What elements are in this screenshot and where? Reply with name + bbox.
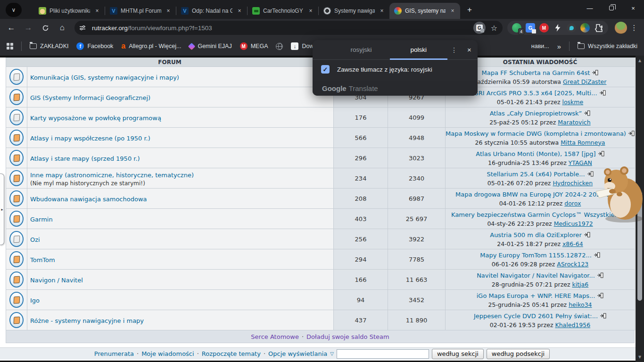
tool-extension-button[interactable] bbox=[567, 23, 576, 33]
tab-cartechnology[interactable]: CarTechnoloGY - CAR × bbox=[248, 3, 318, 19]
extension-green-button[interactable]: 4 bbox=[512, 23, 521, 33]
restore-button[interactable] bbox=[601, 0, 622, 16]
new-tab-button[interactable]: + bbox=[463, 3, 476, 16]
tab-close-icon[interactable]: × bbox=[165, 7, 172, 15]
all-bookmarks-folder[interactable]: Wszystkie zakładki bbox=[578, 43, 637, 49]
minimize-button[interactable]: — bbox=[579, 0, 601, 16]
reload-button[interactable] bbox=[38, 20, 53, 35]
last-post-link[interactable]: Navitel Navigator / Navitel Navigator... bbox=[477, 272, 595, 279]
last-post-author-link[interactable]: Great DiZaster bbox=[563, 78, 606, 85]
last-post-author-link[interactable]: dorox bbox=[564, 200, 581, 207]
by-section-button[interactable]: według sekcji bbox=[432, 349, 484, 359]
forward-button[interactable]: → bbox=[21, 20, 36, 35]
bookmark-allegro[interactable]: a Allegro.pl - Więcej... bbox=[121, 42, 181, 50]
forum-link[interactable]: Ozi bbox=[30, 236, 40, 243]
bookmark-gemini[interactable]: Gemini EJAJ bbox=[189, 43, 231, 49]
tab-close-icon[interactable]: × bbox=[307, 7, 314, 15]
goto-latest-icon[interactable] bbox=[597, 271, 603, 280]
forum-link[interactable]: Komunikacja (GIS, systemy nawigacyjne i … bbox=[30, 74, 179, 81]
goto-latest-icon[interactable] bbox=[587, 170, 594, 179]
goto-latest-icon[interactable] bbox=[592, 68, 598, 77]
address-bar[interactable]: rutracker.org/forum/viewforum.php?f=1503… bbox=[74, 21, 503, 35]
started-topics-link[interactable]: Rozpoczęte tematy bbox=[202, 350, 261, 357]
bookmark-facebook[interactable]: f Facebook bbox=[76, 42, 113, 50]
scroll-up-icon[interactable]: ▲ bbox=[636, 58, 644, 63]
last-post-link[interactable]: Jeppesen Cycle DVD 2601 Pełny świat:... bbox=[474, 313, 598, 320]
last-post-link[interactable]: Atlas „Cały Dniepropietrowsk” bbox=[490, 110, 582, 117]
goto-latest-icon[interactable] bbox=[600, 312, 606, 321]
last-post-author-link[interactable]: Mitta Romneya bbox=[561, 139, 605, 146]
tab-close-icon[interactable]: × bbox=[378, 7, 386, 15]
always-translate-checkbox[interactable]: ✓ bbox=[321, 65, 330, 74]
back-button[interactable]: ← bbox=[4, 20, 19, 35]
last-post-author-link[interactable]: loskme bbox=[562, 99, 583, 106]
extensions-menu-button[interactable] bbox=[594, 23, 603, 33]
goto-latest-icon[interactable] bbox=[599, 89, 606, 98]
last-post-author-link[interactable]: Hydrochicken bbox=[553, 180, 593, 187]
forum-link[interactable]: Garmin bbox=[30, 216, 53, 223]
forum-link[interactable]: Różne - systemy nawigacyjne i mapy bbox=[30, 317, 144, 324]
goto-latest-icon[interactable] bbox=[597, 291, 603, 300]
close-window-button[interactable]: × bbox=[622, 0, 644, 16]
lightning-extension-button[interactable] bbox=[553, 23, 562, 33]
scroll-down-icon[interactable]: ▼ bbox=[636, 355, 644, 359]
translate-options-icon[interactable]: ⋮ bbox=[447, 46, 461, 54]
forum-link[interactable]: Karty wyposażone w powłokę programową bbox=[30, 115, 161, 122]
bookmark-truncated[interactable]: нави... bbox=[531, 43, 549, 49]
goto-latest-icon[interactable] bbox=[594, 251, 600, 260]
last-post-author-link[interactable]: x86-64 bbox=[562, 240, 583, 247]
tab-mhtm-forum[interactable]: V MHTM.pl Forum Mult × bbox=[105, 3, 176, 19]
promo-link[interactable]: Serce Atomowe bbox=[251, 333, 299, 340]
last-post-author-link[interactable]: ASrock123 bbox=[557, 261, 588, 268]
profile-avatar[interactable] bbox=[615, 22, 627, 34]
translate-source-tab[interactable]: rosyjski bbox=[332, 40, 390, 60]
by-subsection-button[interactable]: według podsekcji bbox=[487, 349, 550, 359]
last-post-author-link[interactable]: YTAGAN bbox=[569, 159, 592, 166]
my-messages-link[interactable]: Moje wiadomości bbox=[141, 350, 194, 357]
forum-link[interactable]: TomTom bbox=[30, 256, 55, 263]
last-post-link[interactable]: Austria 500 m dla OziExplorer bbox=[490, 231, 582, 239]
forum-link[interactable]: Atlasy i mapy współczesne (po 1950 r.) bbox=[30, 135, 150, 142]
subscription-link[interactable]: Prenumerata bbox=[94, 350, 134, 357]
tab-garmin-reply[interactable]: V Odp: Nadal na Garmi × bbox=[176, 3, 247, 19]
last-post-link[interactable]: Mapa drogowa BMW na Europę JOY 2024-2 20… bbox=[455, 191, 616, 198]
forum-link[interactable]: Navigon / Navitel bbox=[30, 277, 83, 284]
tab-search-button[interactable]: ∨ bbox=[6, 3, 22, 17]
forum-link[interactable]: Wbudowana nawigacja samochodowa bbox=[30, 196, 147, 203]
goto-latest-icon[interactable] bbox=[584, 230, 590, 239]
goto-latest-icon[interactable] bbox=[598, 149, 604, 158]
home-button[interactable]: ⌂ bbox=[55, 20, 70, 35]
last-post-author-link[interactable]: Medicus1972 bbox=[554, 220, 593, 227]
translate-close-icon[interactable]: × bbox=[461, 46, 478, 54]
tab-close-icon[interactable]: × bbox=[449, 7, 456, 15]
tab-chomikuj[interactable]: Pliki użytkownika zani × bbox=[34, 3, 105, 19]
bookmark-star-button[interactable]: ☆ bbox=[488, 24, 500, 33]
bookmark-mega[interactable]: M MEGA bbox=[240, 42, 268, 50]
apps-grid-icon[interactable] bbox=[7, 43, 13, 49]
last-post-author-link[interactable]: Maratovich bbox=[558, 119, 590, 126]
url-text[interactable]: rutracker.org/forum/viewforum.php?f=1503 bbox=[92, 25, 473, 32]
last-post-author-link[interactable]: Khaled1956 bbox=[555, 321, 590, 329]
tab-close-icon[interactable]: × bbox=[236, 7, 243, 15]
goto-latest-icon[interactable] bbox=[584, 109, 590, 118]
forum-link[interactable]: GIS (Systemy Informacji Geograficznej) bbox=[30, 94, 150, 101]
tab-nav-systems[interactable]: Systemy nawigacji sa × bbox=[319, 3, 389, 19]
last-post-link[interactable]: SRI ArcGIS PRO 3.5.3 x64 [2025, Multi... bbox=[474, 90, 597, 97]
google-translate-extension-button[interactable]: G bbox=[526, 23, 535, 33]
tab-gis-active[interactable]: GIS, systemy nawigac × bbox=[389, 3, 460, 19]
goto-latest-icon[interactable] bbox=[628, 129, 635, 138]
last-post-link[interactable]: iGo Maps Europa + WNP. HERE Maps... bbox=[477, 292, 595, 299]
last-post-author-link[interactable]: heiko34 bbox=[569, 301, 592, 308]
mega-extension-button[interactable]: M bbox=[539, 23, 549, 33]
display-options-link[interactable]: Opcje wyświetlania bbox=[268, 350, 327, 357]
site-info-button[interactable] bbox=[77, 22, 88, 33]
last-post-author-link[interactable]: kitja6 bbox=[572, 281, 589, 288]
forum-jump-input[interactable] bbox=[337, 349, 429, 359]
forum-link[interactable]: Igo bbox=[30, 297, 40, 304]
forum-link[interactable]: Inne mapy (astronomiczne, historyczne, t… bbox=[30, 172, 194, 179]
bookmark-folder-zakladki[interactable]: ZAKŁADKI bbox=[30, 43, 68, 49]
tab-close-icon[interactable]: × bbox=[93, 7, 101, 15]
bookmark-globe[interactable] bbox=[276, 43, 283, 50]
last-post-link[interactable]: Mapa FF Schuberta na Garmin 64st bbox=[482, 69, 590, 76]
bookmarks-overflow-button[interactable]: » bbox=[557, 42, 561, 50]
